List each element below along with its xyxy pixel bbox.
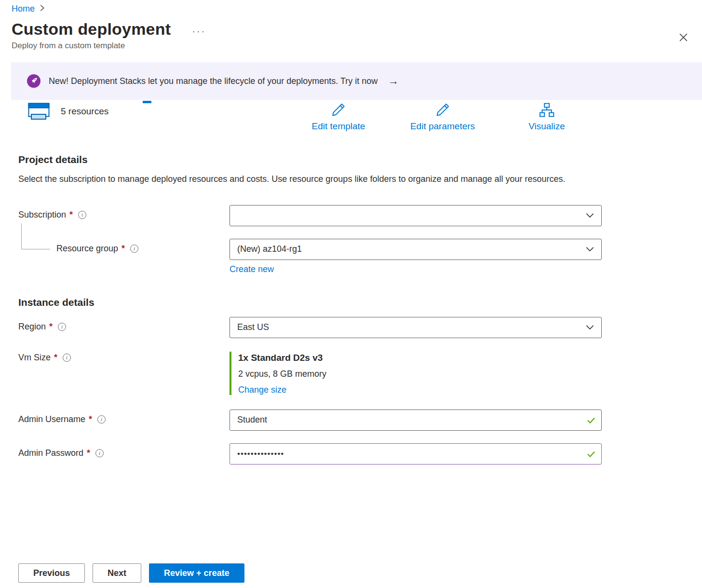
create-new-link[interactable]: Create new	[230, 264, 274, 274]
vm-size-value: 1x Standard D2s v3	[238, 353, 602, 363]
admin-username-label: Admin Username	[18, 414, 85, 424]
required-asterisk: *	[122, 244, 125, 254]
info-icon[interactable]: i	[78, 211, 86, 219]
info-icon[interactable]: i	[63, 354, 71, 362]
required-asterisk: *	[87, 448, 90, 458]
edit-parameters-label: Edit parameters	[410, 121, 475, 132]
resources-count-label: 5 resources	[61, 106, 108, 117]
visualize-icon	[539, 102, 555, 120]
subscription-label: Subscription	[18, 210, 66, 220]
previous-button[interactable]: Previous	[18, 563, 85, 583]
review-create-button[interactable]: Review + create	[149, 563, 244, 583]
close-button[interactable]	[675, 30, 691, 46]
pencil-icon	[330, 102, 347, 120]
arrow-right-icon: →	[388, 75, 399, 87]
template-resources: 5 resources	[28, 103, 108, 120]
info-icon[interactable]: i	[58, 323, 66, 331]
resource-group-row: Resource group * i (New) az104-rg1 Creat…	[18, 239, 683, 274]
required-asterisk: *	[49, 322, 53, 332]
template-bar: 5 resources Edit template Edit parameter…	[0, 102, 702, 133]
chevron-down-icon	[585, 323, 594, 332]
subscription-dropdown[interactable]	[230, 205, 602, 226]
admin-password-label: Admin Password	[18, 448, 83, 458]
chevron-down-icon	[585, 245, 594, 254]
breadcrumb-home-link[interactable]: Home	[12, 4, 35, 14]
admin-password-row: Admin Password * i	[18, 443, 683, 465]
pencil-icon	[434, 102, 451, 120]
page-subtitle: Deploy from a custom template	[12, 41, 702, 51]
vm-size-detail: 2 vcpus, 8 GB memory	[238, 369, 602, 379]
admin-username-input[interactable]	[230, 410, 602, 431]
resource-group-label: Resource group	[56, 244, 118, 254]
vm-size-row: Vm Size * i 1x Standard D2s v3 2 vcpus, …	[18, 352, 683, 395]
edit-parameters-button[interactable]: Edit parameters	[410, 102, 475, 132]
visualize-label: Visualize	[528, 121, 565, 132]
info-icon[interactable]: i	[97, 415, 106, 424]
announcement-banner[interactable]: New! Deployment Stacks let you manage th…	[11, 62, 702, 100]
change-size-link[interactable]: Change size	[238, 385, 286, 395]
project-details-heading: Project details	[18, 154, 683, 165]
region-value: East US	[237, 322, 269, 332]
clipped-text-fragment	[143, 101, 151, 103]
tree-connector	[21, 223, 50, 249]
breadcrumb-chevron-icon	[40, 4, 45, 14]
form-main: Project details Select the subscription …	[0, 154, 702, 465]
required-asterisk: *	[54, 353, 57, 363]
region-dropdown[interactable]: East US	[230, 317, 602, 338]
resource-group-dropdown[interactable]: (New) az104-rg1	[230, 239, 602, 260]
admin-username-row: Admin Username * i	[18, 410, 683, 431]
close-icon	[678, 32, 688, 44]
info-icon[interactable]: i	[95, 449, 104, 457]
wizard-footer: Previous Next Review + create	[18, 563, 244, 583]
valid-check-icon	[586, 449, 596, 461]
valid-check-icon	[586, 415, 596, 427]
template-resources-icon	[28, 103, 51, 120]
banner-message: New! Deployment Stacks let you manage th…	[49, 76, 378, 86]
project-details-description: Select the subscription to manage deploy…	[18, 172, 578, 187]
next-button[interactable]: Next	[93, 563, 141, 583]
required-asterisk: *	[89, 414, 92, 424]
edit-template-label: Edit template	[312, 121, 365, 132]
resource-group-value: (New) az104-rg1	[237, 244, 302, 254]
chevron-down-icon	[585, 211, 594, 220]
page-title: Custom deployment	[12, 20, 171, 39]
rocket-icon	[27, 74, 41, 88]
page-header: Home Custom deployment ··· Deploy from a…	[0, 0, 702, 51]
instance-details-heading: Instance details	[18, 297, 683, 308]
edit-template-button[interactable]: Edit template	[312, 102, 365, 132]
subscription-row: Subscription * i	[18, 205, 683, 226]
required-asterisk: *	[69, 210, 73, 220]
vm-size-label: Vm Size	[18, 353, 51, 363]
admin-password-input[interactable]	[230, 443, 602, 465]
more-options-button[interactable]: ···	[192, 23, 206, 36]
region-row: Region * i East US	[18, 317, 683, 338]
visualize-button[interactable]: Visualize	[528, 102, 565, 132]
info-icon[interactable]: i	[130, 245, 138, 253]
vm-size-summary: 1x Standard D2s v3 2 vcpus, 8 GB memory …	[230, 352, 602, 395]
breadcrumb: Home	[12, 4, 702, 14]
region-label: Region	[18, 322, 46, 332]
